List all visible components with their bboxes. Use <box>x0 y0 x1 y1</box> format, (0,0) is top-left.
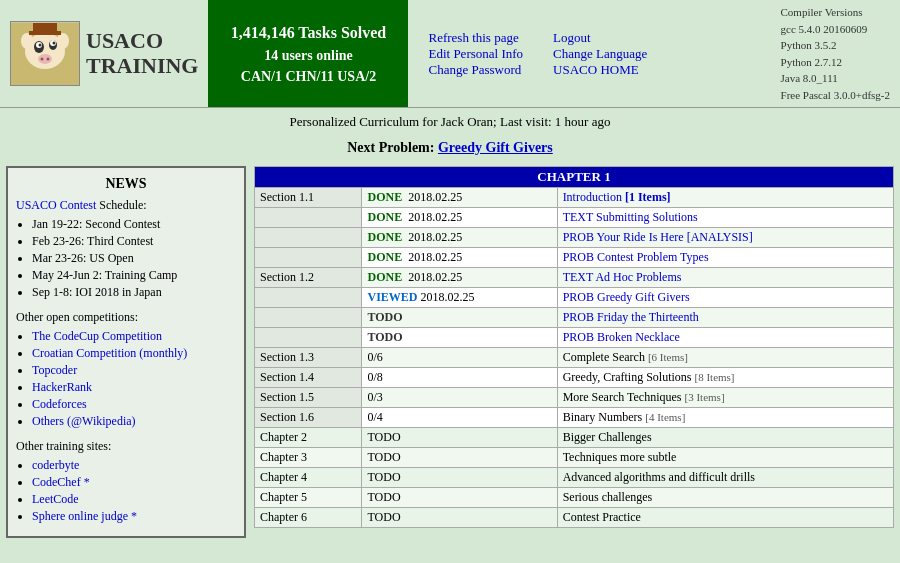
table-row: DONE 2018.02.25 PROB Contest Problem Typ… <box>255 248 894 268</box>
table-row: Section 1.2 DONE 2018.02.25 TEXT Ad Hoc … <box>255 268 894 288</box>
text-submitting-link[interactable]: TEXT Submitting Solutions <box>563 210 698 224</box>
usaco-logo <box>10 21 80 86</box>
nav-links: Refresh this page Edit Personal Info Cha… <box>408 0 667 107</box>
table-row: Section 1.5 0/3 More Search Techniques [… <box>255 388 894 408</box>
training-sites-section: Other training sites: coderbyte CodeChef… <box>16 439 236 524</box>
chapter-label: Chapter 3 <box>255 448 362 468</box>
list-item: Jan 19-22: Second Contest <box>32 217 236 232</box>
codecup-link[interactable]: The CodeCup Competition <box>32 329 162 343</box>
link-cell: PROB Greedy Gift Givers <box>557 288 893 308</box>
section-label: Section 1.3 <box>255 348 362 368</box>
status-cell: DONE 2018.02.25 <box>362 188 557 208</box>
chapter-label: Chapter 2 <box>255 428 362 448</box>
list-item: LeetCode <box>32 492 236 507</box>
list-item: Mar 23-26: US Open <box>32 251 236 266</box>
others-link[interactable]: Others (@Wikipedia) <box>32 414 136 428</box>
link-cell: TEXT Ad Hoc Problems <box>557 268 893 288</box>
status-cell: DONE 2018.02.25 <box>362 248 557 268</box>
chapter-desc: Bigger Challenges <box>557 428 893 448</box>
edit-info-link[interactable]: Edit Personal Info <box>428 46 523 62</box>
croatian-link[interactable]: Croatian Competition (monthly) <box>32 346 187 360</box>
status-cell: VIEWED 2018.02.25 <box>362 288 557 308</box>
table-row: DONE 2018.02.25 TEXT Submitting Solution… <box>255 208 894 228</box>
nav-col: Refresh this page Edit Personal Info Cha… <box>428 30 647 78</box>
usaco-contest-link[interactable]: USACO Contest <box>16 198 96 212</box>
link-cell: PROB Friday the Thirteenth <box>557 308 893 328</box>
codechef-link[interactable]: CodeChef * <box>32 475 90 489</box>
chapter-status: TODO <box>362 448 557 468</box>
section-label: Section 1.6 <box>255 408 362 428</box>
schedule-text: Schedule: <box>96 198 146 212</box>
svg-rect-14 <box>33 23 57 33</box>
codeforces-link[interactable]: Codeforces <box>32 397 87 411</box>
tasks-box: 1,414,146 Tasks Solved 14 users online C… <box>208 0 408 107</box>
next-problem-link[interactable]: Greedy Gift Givers <box>438 140 553 155</box>
leetcode-link[interactable]: LeetCode <box>32 492 79 506</box>
chapter-desc: Contest Practice <box>557 508 893 528</box>
training-sites-list: coderbyte CodeChef * LeetCode Sphere onl… <box>16 458 236 524</box>
link-cell: PROB Broken Necklace <box>557 328 893 348</box>
other-competitions-label: Other open competitions: <box>16 310 236 325</box>
chapter-desc: Techniques more subtle <box>557 448 893 468</box>
topcoder-link[interactable]: Topcoder <box>32 363 77 377</box>
status-cell: 0/4 <box>362 408 557 428</box>
chapter-1-header: CHAPTER 1 <box>255 167 894 188</box>
table-row: Chapter 3 TODO Techniques more subtle <box>255 448 894 468</box>
tasks-count: 1,414,146 Tasks Solved <box>231 21 387 45</box>
status-cell: 0/3 <box>362 388 557 408</box>
your-ride-link[interactable]: PROB Your Ride Is Here [ANALYSIS] <box>563 230 753 244</box>
region-status: CAN/1 CHN/11 USA/2 <box>241 66 376 87</box>
status-cell: DONE 2018.02.25 <box>362 268 557 288</box>
change-password-link[interactable]: Change Password <box>428 62 523 78</box>
sphere-link[interactable]: Sphere online judge * <box>32 509 137 523</box>
list-item: HackerRank <box>32 380 236 395</box>
status-cell: DONE 2018.02.25 <box>362 208 557 228</box>
greedy-gift-link[interactable]: PROB Greedy Gift Givers <box>563 290 690 304</box>
desc-cell: Complete Search [6 Items] <box>557 348 893 368</box>
compiler-title: Compiler Versions <box>781 4 890 21</box>
table-row: Section 1.6 0/4 Binary Numbers [4 Items] <box>255 408 894 428</box>
training-sites-label: Other training sites: <box>16 439 236 454</box>
schedule-list: Jan 19-22: Second Contest Feb 23-26: Thi… <box>16 217 236 300</box>
list-item: Croatian Competition (monthly) <box>32 346 236 361</box>
usaco-home-link[interactable]: USACO HOME <box>553 62 647 78</box>
compiler-gcc: gcc 5.4.0 20160609 <box>781 21 890 38</box>
intro-link[interactable]: Introduction [1 Items] <box>563 190 671 204</box>
chapter-status: TODO <box>362 488 557 508</box>
list-item: Others (@Wikipedia) <box>32 414 236 429</box>
table-row: Chapter 4 TODO Advanced algorithms and d… <box>255 468 894 488</box>
chapter-label: Chapter 6 <box>255 508 362 528</box>
logout-link[interactable]: Logout <box>553 30 647 46</box>
hackerrank-link[interactable]: HackerRank <box>32 380 92 394</box>
section-label <box>255 308 362 328</box>
section-label: Section 1.1 <box>255 188 362 208</box>
section-label <box>255 288 362 308</box>
next-problem-label: Next Problem: <box>347 140 434 155</box>
header: USACO TRAINING 1,414,146 Tasks Solved 14… <box>0 0 900 108</box>
compiler-java: Java 8.0_111 <box>781 70 890 87</box>
users-online: 14 users online <box>264 45 353 66</box>
other-competitions-section: Other open competitions: The CodeCup Com… <box>16 310 236 429</box>
compiler-python1: Python 3.5.2 <box>781 37 890 54</box>
list-item: May 24-Jun 2: Training Camp <box>32 268 236 283</box>
coderbyte-link[interactable]: coderbyte <box>32 458 79 472</box>
friday-link[interactable]: PROB Friday the Thirteenth <box>563 310 699 324</box>
logo-area: USACO TRAINING <box>0 0 208 107</box>
contest-types-link[interactable]: PROB Contest Problem Types <box>563 250 709 264</box>
section-label <box>255 328 362 348</box>
svg-point-3 <box>57 33 69 49</box>
site-title: USACO TRAINING <box>86 29 198 77</box>
section-label: Section 1.2 <box>255 268 362 288</box>
nav-col-left: Refresh this page Edit Personal Info Cha… <box>428 30 523 78</box>
table-row: Chapter 2 TODO Bigger Challenges <box>255 428 894 448</box>
adhoc-link[interactable]: TEXT Ad Hoc Problems <box>563 270 682 284</box>
link-cell: Introduction [1 Items] <box>557 188 893 208</box>
main-content: NEWS USACO Contest Schedule: Jan 19-22: … <box>0 160 900 544</box>
broken-necklace-link[interactable]: PROB Broken Necklace <box>563 330 680 344</box>
link-cell: PROB Your Ride Is Here [ANALYSIS] <box>557 228 893 248</box>
compiler-info: Compiler Versions gcc 5.4.0 20160609 Pyt… <box>771 0 900 107</box>
list-item: Sep 1-8: IOI 2018 in Japan <box>32 285 236 300</box>
section-label: Section 1.4 <box>255 368 362 388</box>
change-language-link[interactable]: Change Language <box>553 46 647 62</box>
refresh-link[interactable]: Refresh this page <box>428 30 523 46</box>
